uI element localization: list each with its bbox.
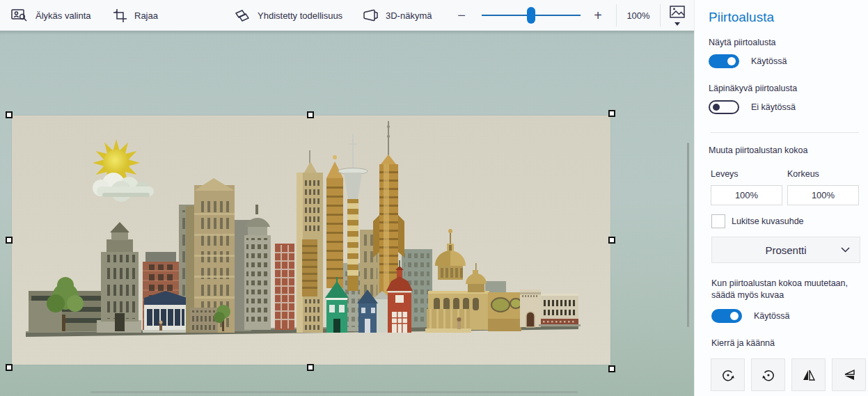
rotate-right-icon [721,368,735,382]
lock-aspect-label: Lukitse kuvasuhde [732,216,804,226]
transparent-canvas-toggle[interactable] [709,100,739,114]
rotate-left-button[interactable] [751,358,785,391]
selection-handle-top-center[interactable] [307,111,314,118]
flip-horizontal-button[interactable] [791,358,826,391]
resize-image-toggle[interactable] [711,309,742,323]
lock-aspect-checkbox[interactable] [711,214,725,228]
flip-vertical-icon [842,368,856,382]
rotate-right-button[interactable] [711,358,745,391]
chevron-down-icon [674,22,680,26]
crop-button[interactable]: Rajaa [113,0,158,31]
transparent-canvas-label: Läpinäkyvä piirtoalusta [709,84,797,93]
selection-handle-bottom-right[interactable] [608,365,615,372]
unit-dropdown-value: Prosentti [765,244,806,256]
magic-select-label: Älykäs valinta [35,10,90,21]
transparent-canvas-state: Ei käytössä [751,102,796,112]
city-skyline-image[interactable] [12,116,610,365]
height-input[interactable] [787,185,859,205]
selection-handle-middle-right[interactable] [608,237,615,244]
canvas[interactable] [12,116,610,365]
toggle-knob [727,57,736,65]
selection-handle-middle-left[interactable] [6,237,13,244]
zoom-out-button[interactable]: − [452,0,471,31]
unit-dropdown[interactable]: Prosentti [711,237,860,263]
magic-select-icon [11,8,28,22]
mixed-reality-label: Yhdistetty todellisuus [258,10,342,21]
flip-vertical-button[interactable] [832,358,866,391]
3d-view-button[interactable]: 3D-näkymä [363,0,432,31]
horizontal-scrollbar[interactable] [90,391,578,393]
image-icon [670,6,685,21]
selection-handle-top-left[interactable] [6,111,13,118]
selection-handle-top-right[interactable] [608,110,615,117]
zoom-slider[interactable] [482,0,581,31]
selection-handle-bottom-center[interactable] [307,364,314,371]
resize-section-title: Muuta piirtoalustan kokoa [709,145,807,155]
vertical-scrollbar[interactable] [687,143,689,327]
mixed-reality-button[interactable]: Yhdistetty todellisuus [235,0,342,31]
rotate-flip-section-title: Kierrä ja käännä [711,338,775,348]
toggle-knob [730,312,739,320]
height-label: Korkeus [787,169,819,179]
zoom-in-button[interactable]: + [589,0,607,31]
3d-view-label: 3D-näkymä [386,10,432,21]
panel-title: Piirtoalusta [709,10,774,25]
3d-view-icon [363,9,378,22]
canvas-thumbnail-menu-button[interactable] [660,0,694,31]
show-canvas-state: Käytössä [751,56,787,66]
resize-image-state: Käytössä [754,311,789,321]
flip-horizontal-icon [802,368,816,382]
resize-image-option-label: Kun piirtoalustan kokoa muutetaan, säädä… [711,278,855,301]
canvas-workspace [0,31,694,396]
crop-icon [113,9,127,22]
width-input[interactable] [711,185,782,205]
toggle-knob [713,104,720,111]
show-canvas-label: Näytä piirtoalusta [709,38,776,47]
zoom-slider-thumb[interactable] [527,7,535,24]
width-label: Leveys [711,169,739,179]
rotate-left-icon [762,368,775,382]
crop-label: Rajaa [134,10,158,21]
selection-handle-bottom-left[interactable] [6,364,13,371]
section-divider [711,132,859,133]
zoom-level-value: 100% [617,0,660,31]
chevron-down-icon [841,247,850,253]
show-canvas-toggle[interactable] [709,54,739,68]
toolbar: Älykäs valinta Rajaa Yhdistetty todellis… [0,0,694,31]
canvas-panel: Piirtoalusta Näytä piirtoalusta Käytössä… [694,0,868,396]
mixed-reality-icon [235,9,250,22]
magic-select-button[interactable]: Älykäs valinta [11,0,90,31]
